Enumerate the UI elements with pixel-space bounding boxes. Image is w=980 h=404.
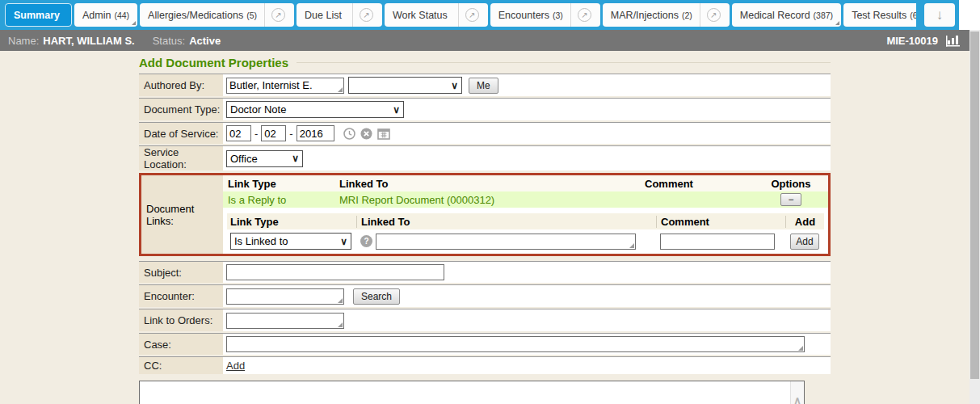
me-button[interactable]: Me xyxy=(469,78,498,94)
tab-admin[interactable]: Admin (44) xyxy=(74,3,137,27)
link-type-header: Link Type xyxy=(223,178,339,190)
popup-icon[interactable]: ↗ xyxy=(264,3,286,27)
patient-status: Active xyxy=(189,35,221,47)
remove-link-button[interactable]: − xyxy=(780,193,801,206)
help-icon[interactable]: ? xyxy=(360,235,372,247)
tab-overflow-button[interactable]: ↓ xyxy=(924,3,955,27)
link-type-value: Is a Reply to xyxy=(223,194,339,206)
title-divider xyxy=(297,62,831,63)
cc-label: CC: xyxy=(139,357,223,374)
chevron-down-icon: ∨ xyxy=(340,236,347,247)
linked-to-value: MRI Report Document (0000312) xyxy=(339,194,645,206)
case-label: Case: xyxy=(139,334,223,355)
date-day-input[interactable] xyxy=(261,125,286,141)
external-arrow-icon: ↗ xyxy=(578,8,591,22)
tab-label: Test Results xyxy=(852,10,906,21)
tab-medical-record[interactable]: Medical Record (387) xyxy=(732,3,841,27)
authored-by-select[interactable]: ∨ xyxy=(348,77,462,94)
external-arrow-icon: ↗ xyxy=(707,8,721,22)
document-links-content: Link Type Linked To Comment Options Is a… xyxy=(223,175,828,254)
page-scrollbar-thumb[interactable] xyxy=(970,32,979,379)
page-scrollbar[interactable] xyxy=(969,30,980,404)
document-type-label: Document Type: xyxy=(139,99,223,120)
patient-bar: Name: HART, WILLIAM S. Status: Active MI… xyxy=(0,30,969,51)
app-window: Summary Admin (44) Allergies/Medications… xyxy=(0,0,980,404)
document-links-section: Document Links: Link Type Linked To Comm… xyxy=(139,173,831,256)
case-input[interactable] xyxy=(226,336,805,352)
tab-label: Summary xyxy=(14,10,60,21)
encounter-grip xyxy=(226,288,344,305)
document-links-label: Document Links: xyxy=(141,175,223,254)
authored-by-row: Authored By: ∨ Me xyxy=(139,74,831,96)
calendar-icon[interactable] xyxy=(377,128,390,140)
encounter-label: Encounter: xyxy=(139,285,223,307)
tab-label: Due List xyxy=(305,10,342,21)
tab-label: MAR/Injections xyxy=(611,10,679,21)
document-type-select[interactable]: Doctor Note ∨ xyxy=(226,101,404,118)
external-arrow-icon: ↗ xyxy=(271,8,285,22)
comment-input[interactable] xyxy=(660,234,775,250)
popup-icon[interactable]: ↗ xyxy=(458,3,480,27)
tab-due-list[interactable]: Due List ↗ xyxy=(297,3,382,27)
chart-id: MIE-10019 xyxy=(886,35,938,47)
tab-label: Work Status xyxy=(393,10,448,21)
authored-by-grip xyxy=(226,78,344,94)
chevron-down-icon: ∨ xyxy=(393,104,400,116)
tab-encounters[interactable]: Encounters (3) ↗ xyxy=(490,3,600,27)
tab-test-results[interactable]: Test Results (66) xyxy=(843,3,916,27)
add-link-button[interactable]: Add xyxy=(790,234,818,250)
linked-to-header: Linked To xyxy=(339,178,645,190)
date-icon-group xyxy=(343,128,390,140)
chevron-down-icon: ∨ xyxy=(292,153,299,164)
date-year-input[interactable] xyxy=(297,125,334,141)
encounter-input[interactable] xyxy=(226,288,344,305)
service-location-select[interactable]: Office ∨ xyxy=(226,150,303,167)
orders-grip xyxy=(226,313,344,329)
page-title: Add Document Properties xyxy=(139,56,288,69)
tab-bar: Summary Admin (44) Allergies/Medications… xyxy=(0,0,959,30)
new-link-subform: Link Type Linked To Comment Add Is Linke… xyxy=(227,213,824,250)
tab-summary[interactable]: Summary xyxy=(5,3,72,27)
popup-icon[interactable]: ↗ xyxy=(352,3,374,27)
service-location-row: Service Location: Office ∨ xyxy=(139,145,831,170)
clock-icon[interactable] xyxy=(343,128,355,140)
cc-add-link[interactable]: Add xyxy=(226,360,245,372)
tab-mar-injections[interactable]: MAR/Injections (2) ↗ xyxy=(603,3,730,27)
patient-bar-right: MIE-10019 xyxy=(886,34,963,47)
page-title-row: Add Document Properties xyxy=(139,53,831,72)
chevron-down-icon: ∨ xyxy=(451,80,458,91)
scroll-up-icon[interactable]: ∧ xyxy=(791,394,804,404)
tab-work-status[interactable]: Work Status ↗ xyxy=(385,3,488,27)
popup-icon[interactable]: ↗ xyxy=(700,3,721,27)
link-type-select[interactable]: Is Linked to ∨ xyxy=(230,233,351,250)
date-of-service-label: Date of Service: xyxy=(139,123,223,144)
flowsheet-chart-icon[interactable] xyxy=(945,34,963,47)
case-row: Case: xyxy=(139,333,831,355)
date-month-input[interactable] xyxy=(226,125,251,141)
subject-row: Subject: xyxy=(139,261,831,283)
patient-name: HART, WILLIAM S. xyxy=(43,35,134,47)
tab-allergies-medications[interactable]: Allergies/Medications (5) ↗ xyxy=(140,3,294,27)
document-body-textarea[interactable]: ∧ xyxy=(139,381,805,404)
selected-value: Office xyxy=(230,153,258,165)
linked-to-header: Linked To xyxy=(356,216,656,228)
comment-header: Comment xyxy=(656,216,785,228)
external-arrow-icon: ↗ xyxy=(360,8,373,22)
authored-by-input[interactable] xyxy=(226,78,344,94)
linked-to-input[interactable] xyxy=(376,234,636,250)
date-separator: - xyxy=(254,128,258,140)
popup-icon[interactable]: ↗ xyxy=(570,3,592,27)
new-link-controls: Is Linked to ∨ ? xyxy=(227,233,824,250)
textarea-scrollbar[interactable]: ∧ xyxy=(790,381,804,404)
document-type-row: Document Type: Doctor Note ∨ xyxy=(139,98,831,120)
cc-row: CC: Add xyxy=(139,356,831,374)
subject-input[interactable] xyxy=(226,264,444,280)
clear-date-icon[interactable] xyxy=(360,128,372,140)
tabbar-corner xyxy=(959,0,980,30)
tab-label: Allergies/Medications xyxy=(148,10,243,21)
search-button[interactable]: Search xyxy=(353,288,400,305)
existing-link-row: Is a Reply to MRI Report Document (00003… xyxy=(223,191,828,208)
link-to-orders-input[interactable] xyxy=(226,313,344,329)
tab-label: Medical Record xyxy=(740,10,810,21)
options-header: Options xyxy=(754,178,828,190)
